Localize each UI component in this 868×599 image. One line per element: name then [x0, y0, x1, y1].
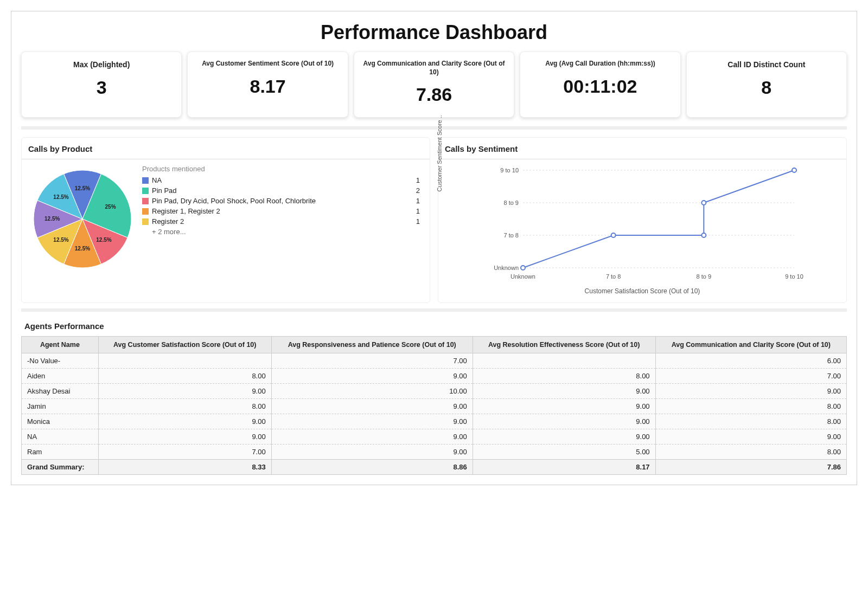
col-resolution[interactable]: Avg Resolution Effectiveness Score (Out …: [473, 337, 655, 353]
panel-divider: [22, 159, 430, 159]
pie-slice-label: 12.5%: [96, 237, 111, 243]
kpi-card-duration[interactable]: Avg (Avg Call Duration (hh:mm:ss)) 00:11…: [520, 51, 680, 118]
table-cell: 8.00: [655, 445, 846, 460]
pie-slice-label: 25%: [105, 204, 116, 210]
table-cell: 8.33: [98, 460, 271, 475]
legend-count: 2: [416, 186, 423, 195]
table-row[interactable]: -No Value-7.006.00: [22, 353, 847, 369]
line-xtick: 7 to 8: [606, 273, 621, 280]
legend-label: Pin Pad: [152, 186, 413, 195]
kpi-label: Max (Delighted): [27, 60, 176, 69]
legend-count: 1: [416, 207, 423, 215]
pie-legend-item[interactable]: NA1: [142, 176, 423, 184]
pie-legend-item[interactable]: Register 21: [142, 217, 423, 226]
pie-legend-item[interactable]: Register 1, Register 21: [142, 207, 423, 215]
line-point[interactable]: [611, 233, 616, 237]
table-cell: -No Value-: [22, 353, 99, 369]
table-cell: Aiden: [22, 369, 99, 384]
table-cell: 9.00: [98, 429, 271, 445]
pie-legend-item[interactable]: Pin Pad2: [142, 186, 423, 195]
table-row[interactable]: Aiden8.009.008.007.00: [22, 369, 847, 384]
legend-count: 1: [416, 176, 423, 184]
table-cell: Akshay Desai: [22, 384, 99, 399]
kpi-card-sentiment[interactable]: Avg Customer Sentiment Score (Out of 10)…: [187, 51, 348, 118]
legend-swatch-icon: [142, 177, 149, 184]
pie-slice-label: 12.5%: [75, 185, 90, 191]
line-xtick: Unknown: [510, 273, 535, 280]
kpi-card-max-delighted[interactable]: Max (Delighted) 3: [21, 51, 182, 118]
kpi-value: 3: [27, 77, 176, 98]
table-row[interactable]: Ram7.009.005.008.00: [22, 445, 847, 460]
pie-legend-item[interactable]: Pin Pad, Dry Acid, Pool Shock, Pool Roof…: [142, 197, 423, 205]
table-cell: 7.00: [98, 445, 271, 460]
line-xtick: 8 to 9: [697, 273, 712, 280]
table-cell: 9.00: [98, 384, 271, 399]
table-header-row: Agent Name Avg Customer Satisfaction Sco…: [22, 337, 847, 353]
table-cell: [98, 353, 271, 369]
table-cell: 8.17: [473, 460, 655, 475]
table-row[interactable]: NA9.009.009.009.00: [22, 429, 847, 445]
table-row[interactable]: Akshay Desai9.0010.009.009.00: [22, 384, 847, 399]
line-xlabel: Customer Satisfaction Score (Out of 10): [442, 287, 843, 295]
legend-swatch-icon: [142, 198, 149, 204]
table-cell: 5.00: [473, 445, 655, 460]
line-point[interactable]: [792, 168, 796, 172]
table-cell: 7.00: [655, 369, 846, 384]
divider: [21, 308, 847, 312]
kpi-label: Call ID Distinct Count: [692, 60, 841, 69]
kpi-value: 7.86: [360, 84, 508, 105]
col-communication[interactable]: Avg Communication and Clarity Score (Out…: [655, 337, 846, 353]
line-point[interactable]: [701, 201, 706, 205]
table-cell: 9.00: [473, 399, 655, 414]
col-satisfaction[interactable]: Avg Customer Satisfaction Score (Out of …: [98, 337, 271, 353]
kpi-card-communication[interactable]: Avg Communication and Clarity Score (Out…: [354, 51, 514, 118]
legend-swatch-icon: [142, 218, 149, 225]
line-point[interactable]: [701, 233, 706, 237]
pie-slice-label: 12.5%: [44, 216, 60, 222]
table-cell: 9.00: [655, 384, 846, 399]
legend-label: Register 1, Register 2: [152, 207, 413, 215]
agents-table[interactable]: Agent Name Avg Customer Satisfaction Sco…: [21, 336, 847, 475]
kpi-row: Max (Delighted) 3 Avg Customer Sentiment…: [21, 51, 847, 118]
line-point[interactable]: [521, 266, 525, 270]
line-xtick: 9 to 10: [785, 273, 803, 280]
panel-calls-by-sentiment: Calls by Sentiment Customer Sentiment Sc…: [438, 137, 847, 303]
legend-label: NA: [152, 176, 413, 184]
kpi-label: Avg Communication and Clarity Score (Out…: [360, 60, 508, 76]
line-ytick: 7 to 8: [503, 232, 519, 239]
col-agent-name[interactable]: Agent Name: [22, 337, 99, 353]
pie-slice-label: 12.5%: [53, 237, 68, 243]
table-row[interactable]: Monica9.009.009.008.00: [22, 414, 847, 429]
table-cell: 8.00: [655, 414, 846, 429]
table-cell: 9.00: [98, 414, 271, 429]
line-ytick: Unknown: [494, 265, 519, 271]
panel-title: Calls by Sentiment: [438, 142, 846, 159]
line-ytick: 9 to 10: [500, 167, 519, 173]
line-ytick: 8 to 9: [503, 199, 519, 206]
table-cell: 9.00: [655, 429, 846, 445]
table-cell: 8.00: [655, 399, 846, 414]
mid-row: Calls by Product 12.5%25%12.5%12.5%12.5%…: [21, 137, 847, 303]
table-summary-row: Grand Summary:8.338.868.177.86: [22, 460, 847, 475]
line-series[interactable]: [523, 170, 794, 268]
table-cell: 8.86: [271, 460, 473, 475]
table-cell: 9.00: [271, 445, 473, 460]
panel-divider: [438, 159, 846, 159]
pie-legend-more[interactable]: + 2 more...: [142, 228, 423, 236]
table-cell: 9.00: [473, 429, 655, 445]
table-row[interactable]: Jamin8.009.009.008.00: [22, 399, 847, 414]
kpi-card-callid[interactable]: Call ID Distinct Count 8: [686, 51, 847, 118]
legend-count: 1: [416, 217, 423, 226]
legend-swatch-icon: [142, 208, 149, 215]
legend-label: Register 2: [152, 217, 413, 226]
col-responsiveness[interactable]: Avg Responsiveness and Patience Score (O…: [271, 337, 473, 353]
table-cell: 7.00: [271, 353, 473, 369]
table-cell: 7.86: [655, 460, 846, 475]
table-cell: 9.00: [271, 399, 473, 414]
panel-title: Calls by Product: [22, 142, 430, 159]
pie-slice-label: 12.5%: [53, 194, 68, 200]
table-cell: Monica: [22, 414, 99, 429]
pie-chart[interactable]: 12.5%25%12.5%12.5%12.5%12.5%12.5%: [28, 165, 137, 273]
line-chart-area[interactable]: Customer Sentiment Score .. Unknown7 to …: [438, 165, 846, 295]
table-cell: 6.00: [655, 353, 846, 369]
